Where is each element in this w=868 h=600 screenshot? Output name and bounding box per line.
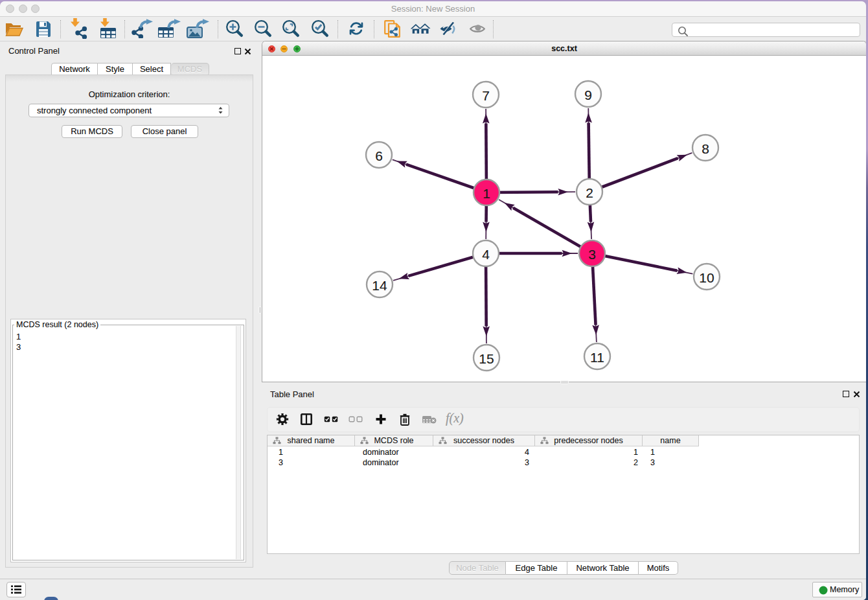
svg-text:11: 11 [590,350,604,365]
svg-text:10: 10 [699,270,714,285]
svg-text:1: 1 [483,186,490,201]
svg-text:7: 7 [482,88,490,103]
svg-text:6: 6 [375,148,383,163]
svg-text:8: 8 [702,141,709,156]
svg-text:2: 2 [586,185,593,200]
svg-text:9: 9 [584,87,592,102]
svg-text:4: 4 [482,247,490,262]
svg-text:15: 15 [479,351,494,366]
svg-text:3: 3 [588,247,596,262]
svg-text:14: 14 [372,278,387,293]
